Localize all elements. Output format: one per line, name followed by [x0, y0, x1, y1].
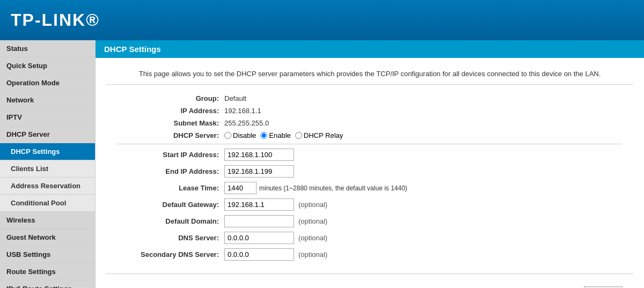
dhcp-relay-radio[interactable]	[295, 132, 302, 139]
sidebar-item-quick-setup[interactable]: Quick Setup	[0, 57, 95, 75]
dhcp-enable-option[interactable]: Enable	[260, 131, 290, 139]
button-row: Save	[106, 278, 633, 288]
dhcp-disable-option[interactable]: Disable	[224, 131, 256, 139]
default-gateway-label: Default Gateway:	[117, 201, 224, 209]
lease-time-input[interactable]	[224, 182, 257, 194]
sidebar-item-address-reservation[interactable]: Address Reservation	[0, 178, 95, 195]
secondary-dns-input[interactable]	[224, 248, 294, 261]
divider-1	[117, 144, 623, 144]
default-domain-row: Default Domain: (optional)	[117, 215, 623, 227]
sidebar-item-status[interactable]: Status	[0, 40, 95, 57]
default-gateway-optional: (optional)	[298, 201, 327, 209]
start-ip-input[interactable]	[224, 149, 294, 161]
start-ip-label: Start IP Address:	[117, 151, 224, 159]
subnet-mask-label: Subnet Mask:	[117, 119, 224, 127]
subnet-mask-row: Subnet Mask: 255.255.255.0	[117, 119, 623, 127]
sidebar-item-conditional-pool[interactable]: Conditional Pool	[0, 195, 95, 212]
end-ip-label: End IP Address:	[117, 167, 224, 175]
dhcp-relay-option[interactable]: DHCP Relay	[295, 131, 343, 139]
sidebar-item-operation-mode[interactable]: Operation Mode	[0, 75, 95, 92]
default-domain-input[interactable]	[224, 215, 294, 227]
secondary-dns-optional: (optional)	[298, 250, 327, 259]
sidebar-item-iptv[interactable]: IPTV	[0, 109, 95, 126]
sidebar-item-ipv6-route-settings[interactable]: IPv6 Route Settings	[0, 280, 95, 288]
sidebar-item-usb-settings[interactable]: USB Settings	[0, 246, 95, 263]
content-area: This page allows you to set the DHCP ser…	[96, 58, 644, 288]
default-domain-optional: (optional)	[298, 217, 327, 225]
ip-address-row: IP Address: 192.168.1.1	[117, 107, 623, 115]
sidebar-item-dhcp-server[interactable]: DHCP Server	[0, 126, 95, 143]
lease-time-hint: minutes (1~2880 minutes, the default val…	[259, 184, 407, 192]
default-domain-label: Default Domain:	[117, 217, 224, 225]
sidebar-item-route-settings[interactable]: Route Settings	[0, 263, 95, 280]
sidebar-item-wireless[interactable]: Wireless	[0, 212, 95, 229]
group-label: Group:	[117, 94, 224, 102]
group-row: Group: Default	[117, 94, 623, 102]
divider-2	[106, 274, 633, 274]
layout: Status Quick Setup Operation Mode Networ…	[0, 40, 644, 288]
ip-address-value: 192.168.1.1	[224, 107, 261, 115]
header: TP-LINK®	[0, 0, 644, 40]
page-title: DHCP Settings	[104, 45, 161, 54]
lease-time-row: Lease Time: minutes (1~2880 minutes, the…	[117, 182, 623, 194]
dhcp-enable-label: Enable	[269, 131, 290, 139]
sidebar-item-network[interactable]: Network	[0, 92, 95, 109]
sidebar: Status Quick Setup Operation Mode Networ…	[0, 40, 96, 288]
main-content: DHCP Settings This page allows you to se…	[96, 40, 644, 288]
dhcp-server-row: DHCP Server: Disable Enable DHCP Rela	[117, 131, 623, 139]
dns-server-label: DNS Server:	[117, 234, 224, 242]
sidebar-item-guest-network[interactable]: Guest Network	[0, 229, 95, 246]
dns-server-input[interactable]	[224, 232, 294, 244]
secondary-dns-row: Secondary DNS Server: (optional)	[117, 248, 623, 261]
subnet-mask-value: 255.255.255.0	[224, 119, 269, 127]
form-section: Group: Default IP Address: 192.168.1.1 S…	[106, 90, 633, 269]
dhcp-disable-radio[interactable]	[224, 132, 231, 139]
group-value: Default	[224, 94, 246, 102]
sidebar-item-clients-list[interactable]: Clients List	[0, 160, 95, 178]
description: This page allows you to set the DHCP ser…	[106, 63, 633, 85]
dhcp-enable-radio[interactable]	[260, 132, 267, 139]
ip-address-label: IP Address:	[117, 107, 224, 115]
sidebar-item-dhcp-settings[interactable]: DHCP Settings	[0, 143, 95, 160]
dhcp-server-label: DHCP Server:	[117, 131, 224, 139]
lease-time-label: Lease Time:	[117, 184, 224, 192]
logo: TP-LINK®	[11, 10, 100, 30]
default-gateway-input[interactable]	[224, 198, 294, 211]
end-ip-input[interactable]	[224, 165, 294, 178]
start-ip-row: Start IP Address:	[117, 149, 623, 161]
dns-server-optional: (optional)	[298, 234, 327, 242]
dhcp-relay-label: DHCP Relay	[304, 131, 343, 139]
dhcp-server-radio-group: Disable Enable DHCP Relay	[224, 131, 343, 139]
end-ip-row: End IP Address:	[117, 165, 623, 178]
default-gateway-row: Default Gateway: (optional)	[117, 198, 623, 211]
dns-server-row: DNS Server: (optional)	[117, 232, 623, 244]
secondary-dns-label: Secondary DNS Server:	[117, 250, 224, 259]
page-title-bar: DHCP Settings	[96, 40, 644, 58]
dhcp-disable-label: Disable	[233, 131, 256, 139]
